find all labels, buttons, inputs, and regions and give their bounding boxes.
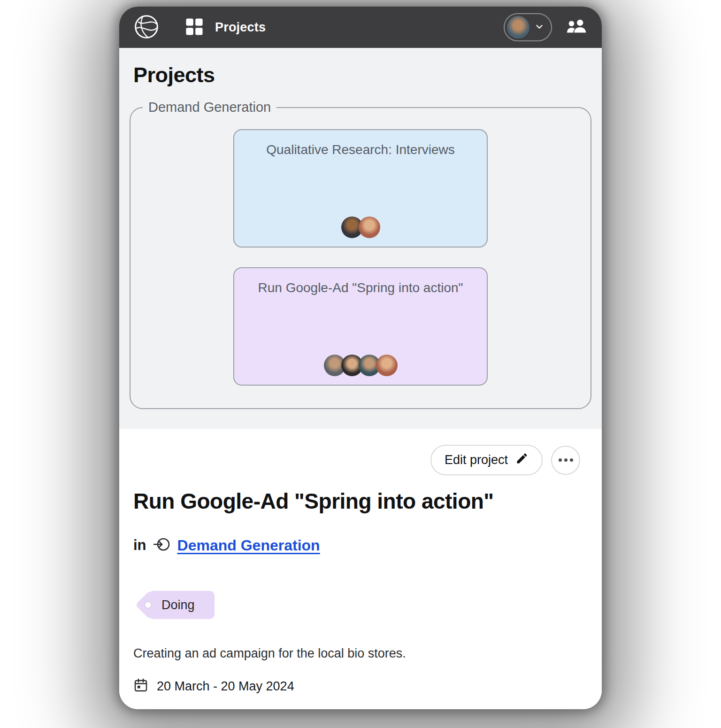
user-avatar bbox=[507, 16, 529, 39]
parent-collection-link[interactable]: Demand Generation bbox=[177, 537, 320, 554]
status-label: Doing bbox=[161, 598, 195, 612]
team-members-button[interactable] bbox=[566, 17, 588, 38]
parent-collection-row: in Demand Generation bbox=[133, 535, 588, 555]
date-range: 20 March - 20 May 2024 bbox=[157, 679, 294, 694]
people-group-icon bbox=[566, 17, 588, 38]
edit-project-button[interactable]: Edit project bbox=[430, 445, 543, 475]
avatar bbox=[376, 355, 398, 376]
project-group-demand-generation: Demand Generation Qualitative Research: … bbox=[130, 100, 591, 409]
calendar-icon bbox=[133, 678, 148, 695]
date-range-row: 20 March - 20 May 2024 bbox=[133, 678, 588, 695]
apps-grid-button[interactable] bbox=[184, 16, 205, 39]
status-badge[interactable]: Doing bbox=[148, 591, 215, 619]
project-detail-panel: Edit project Run Google-Ad "Spring into … bbox=[119, 429, 602, 709]
project-card-qualitative-research[interactable]: Qualitative Research: Interviews bbox=[233, 129, 488, 248]
user-menu-button[interactable] bbox=[504, 13, 552, 41]
avatar bbox=[359, 217, 380, 238]
project-card-google-ad[interactable]: Run Google-Ad "Spring into action" bbox=[233, 267, 488, 386]
globe-network-icon bbox=[133, 14, 160, 41]
card-title: Run Google-Ad "Spring into action" bbox=[258, 279, 463, 296]
more-options-button[interactable] bbox=[551, 446, 580, 475]
card-title: Qualitative Research: Interviews bbox=[266, 141, 455, 158]
status-row: Doing bbox=[133, 591, 588, 619]
ellipsis-icon bbox=[559, 458, 562, 462]
card-member-avatars bbox=[341, 217, 380, 238]
card-member-avatars bbox=[324, 355, 398, 376]
app-window: Projects Projects De bbox=[119, 7, 602, 709]
project-title: Run Google-Ad "Spring into action" bbox=[133, 488, 588, 514]
cycle-arrow-icon bbox=[153, 535, 171, 555]
in-label: in bbox=[133, 537, 146, 554]
group-label: Demand Generation bbox=[143, 100, 276, 115]
board-section: Projects Demand Generation Qualitative R… bbox=[119, 48, 602, 429]
page-title: Projects bbox=[133, 63, 602, 87]
topbar-title: Projects bbox=[215, 20, 266, 35]
edit-button-label: Edit project bbox=[445, 453, 508, 467]
detail-actions: Edit project bbox=[133, 445, 588, 475]
topbar: Projects bbox=[119, 7, 602, 48]
tag-hole bbox=[145, 602, 151, 608]
pencil-icon bbox=[515, 452, 529, 468]
chevron-down-icon bbox=[534, 22, 545, 33]
project-description: Creating an ad campaign for the local bi… bbox=[133, 646, 588, 661]
app-logo[interactable] bbox=[133, 14, 160, 41]
apps-grid-icon bbox=[184, 16, 205, 39]
